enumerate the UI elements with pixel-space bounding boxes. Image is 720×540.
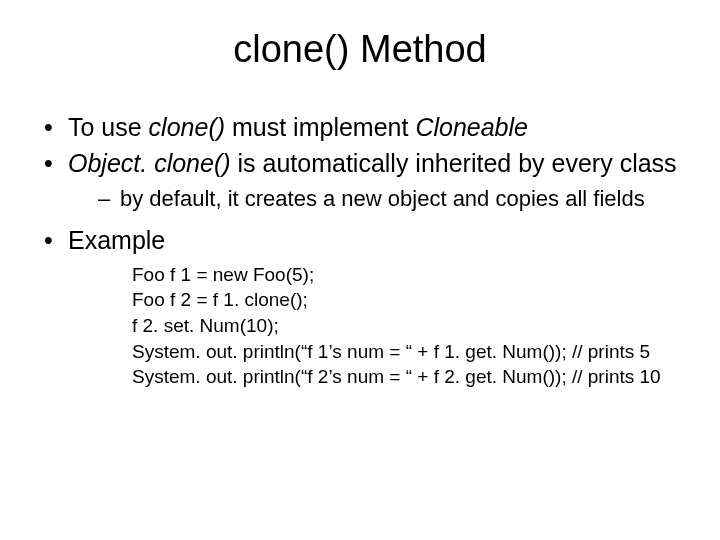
- code-line-3: f 2. set. Num(10);: [132, 313, 680, 339]
- text: is automatically inherited by every clas…: [231, 149, 677, 177]
- bullet-item-2: Object. clone() is automatically inherit…: [40, 147, 680, 214]
- sub-bullet-1: by default, it creates a new object and …: [98, 185, 680, 214]
- code-line-2: Foo f 2 = f 1. clone();: [132, 287, 680, 313]
- text: Example: [68, 226, 165, 254]
- bullet-item-3: Example Foo f 1 = new Foo(5); Foo f 2 = …: [40, 224, 680, 390]
- slide: clone() Method To use clone() must imple…: [0, 0, 720, 540]
- text: by default, it creates a new object and …: [120, 186, 645, 211]
- bullet-item-1: To use clone() must implement Cloneable: [40, 111, 680, 143]
- code-line-5: System. out. println(“f 2’s num = “ + f …: [132, 364, 680, 390]
- text: To use: [68, 113, 149, 141]
- slide-title: clone() Method: [40, 28, 680, 71]
- bullet-list: To use clone() must implement Cloneable …: [40, 111, 680, 390]
- italic-cloneable: Cloneable: [415, 113, 528, 141]
- code-block: Foo f 1 = new Foo(5); Foo f 2 = f 1. clo…: [132, 262, 680, 390]
- italic-object-clone: Object. clone(): [68, 149, 231, 177]
- sub-list: by default, it creates a new object and …: [68, 185, 680, 214]
- italic-clone: clone(): [149, 113, 225, 141]
- code-line-4: System. out. println(“f 1’s num = “ + f …: [132, 339, 680, 365]
- code-line-1: Foo f 1 = new Foo(5);: [132, 262, 680, 288]
- text: must implement: [225, 113, 415, 141]
